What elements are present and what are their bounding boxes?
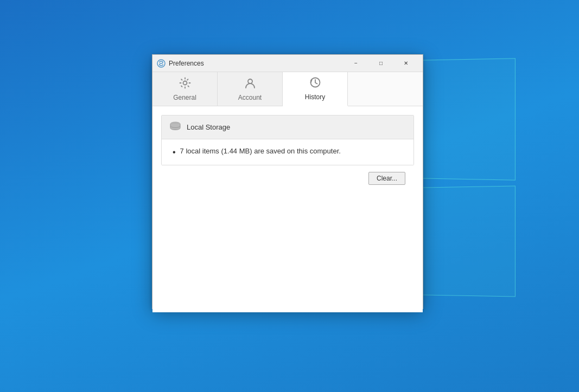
storage-item-text: 7 local items (1.44 MB) are saved on thi…: [180, 147, 341, 155]
minimize-button[interactable]: −: [343, 55, 368, 72]
storage-title: Local Storage: [187, 123, 230, 131]
tab-account-label: Account: [238, 94, 262, 101]
tab-general[interactable]: General: [152, 72, 218, 106]
storage-header: Local Storage: [162, 115, 413, 139]
tab-bar: General Account History: [152, 72, 423, 106]
clear-button[interactable]: Clear...: [368, 172, 405, 185]
title-bar: Preferences − □ ✕: [152, 55, 423, 72]
storage-body: • 7 local items (1.44 MB) are saved on t…: [162, 139, 413, 165]
window-title: Preferences: [169, 60, 343, 67]
svg-point-1: [183, 81, 187, 85]
close-button[interactable]: ✕: [393, 55, 418, 72]
account-icon: [244, 77, 256, 92]
svg-point-2: [248, 79, 252, 83]
storage-icon: [169, 121, 181, 133]
clear-button-row: Clear...: [161, 165, 414, 189]
maximize-button[interactable]: □: [368, 55, 393, 72]
window-controls: − □ ✕: [343, 55, 418, 72]
preferences-window: Preferences − □ ✕ General: [152, 54, 423, 309]
bullet-point: •: [173, 147, 176, 157]
tab-history-label: History: [305, 93, 325, 101]
gear-icon: [179, 77, 191, 92]
storage-item: • 7 local items (1.44 MB) are saved on t…: [173, 147, 403, 157]
tab-general-label: General: [173, 94, 196, 101]
tab-account[interactable]: Account: [218, 72, 283, 106]
local-storage-section: Local Storage • 7 local items (1.44 MB) …: [161, 115, 414, 165]
content-area: Local Storage • 7 local items (1.44 MB) …: [152, 106, 423, 312]
history-icon: [309, 76, 321, 91]
tab-history[interactable]: History: [283, 72, 348, 106]
app-icon: [157, 59, 166, 68]
tab-spacer: [348, 72, 423, 106]
